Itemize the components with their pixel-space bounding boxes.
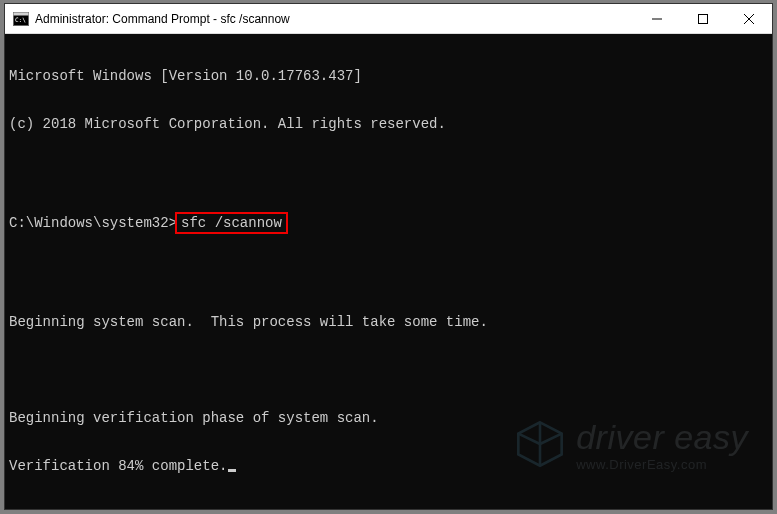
watermark-text: driver easy www.DriverEasy.com [576, 420, 748, 471]
cursor-icon [228, 469, 236, 472]
cube-icon [483, 402, 566, 489]
svg-rect-4 [699, 14, 708, 23]
cmd-icon: C:\ [13, 11, 29, 27]
terminal-line [9, 164, 768, 180]
watermark-brand-easy: easy [664, 418, 748, 456]
watermark: driver easy www.DriverEasy.com [483, 402, 748, 489]
window-controls [634, 4, 772, 33]
minimize-button[interactable] [634, 4, 680, 33]
svg-line-10 [540, 434, 562, 444]
watermark-url: www.DriverEasy.com [576, 458, 707, 471]
terminal-line [9, 362, 768, 378]
terminal-line: Microsoft Windows [Version 10.0.17763.43… [9, 68, 768, 84]
terminal-output[interactable]: Microsoft Windows [Version 10.0.17763.43… [5, 34, 772, 509]
svg-line-9 [519, 434, 541, 444]
prompt-text: C:\Windows\system32> [9, 215, 177, 231]
terminal-line: (c) 2018 Microsoft Corporation. All righ… [9, 116, 768, 132]
titlebar: C:\ Administrator: Command Prompt - sfc … [5, 4, 772, 34]
terminal-line [9, 266, 768, 282]
app-window: C:\ Administrator: Command Prompt - sfc … [4, 3, 773, 510]
watermark-brand-driver: driver [576, 418, 664, 456]
close-button[interactable] [726, 4, 772, 33]
command-highlight: sfc /scannow [175, 212, 288, 234]
window-title: Administrator: Command Prompt - sfc /sca… [35, 12, 634, 26]
verification-text: Verification 84% complete. [9, 458, 227, 474]
terminal-line: Beginning system scan. This process will… [9, 314, 768, 330]
svg-text:C:\: C:\ [15, 16, 26, 23]
maximize-button[interactable] [680, 4, 726, 33]
terminal-prompt-line: C:\Windows\system32>sfc /scannow [9, 212, 768, 234]
